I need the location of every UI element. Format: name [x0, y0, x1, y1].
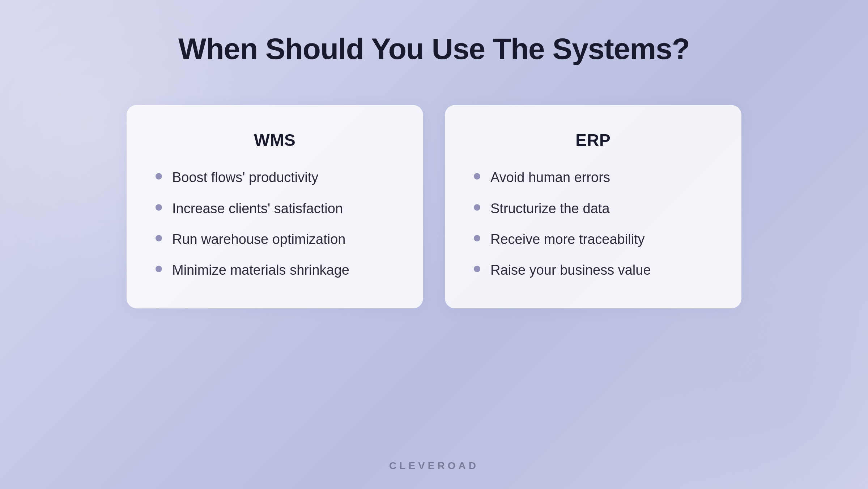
erp-item-2: Structurize the data: [490, 200, 610, 218]
list-item: Receive more traceability: [474, 231, 712, 248]
bullet-icon: [156, 235, 162, 241]
bullet-icon: [474, 266, 480, 272]
cards-container: WMS Boost flows' productivity Increase c…: [127, 105, 741, 308]
erp-card-title: ERP: [474, 130, 712, 150]
list-item: Avoid human errors: [474, 169, 712, 186]
erp-card: ERP Avoid human errors Structurize the d…: [445, 105, 741, 308]
bullet-icon: [474, 173, 480, 180]
list-item: Structurize the data: [474, 200, 712, 218]
list-item: Boost flows' productivity: [156, 169, 394, 186]
wms-card-list: Boost flows' productivity Increase clien…: [156, 169, 394, 279]
footer-brand: CLEVEROAD: [389, 460, 479, 472]
list-item: Minimize materials shrinkage: [156, 261, 394, 279]
list-item: Raise your business value: [474, 261, 712, 279]
list-item: Run warehouse optimization: [156, 231, 394, 248]
wms-item-2: Increase clients' satisfaction: [172, 200, 343, 218]
erp-item-3: Receive more traceability: [490, 231, 645, 248]
erp-item-1: Avoid human errors: [490, 169, 610, 186]
wms-item-3: Run warehouse optimization: [172, 231, 346, 248]
bullet-icon: [474, 235, 480, 241]
wms-card-title: WMS: [156, 130, 394, 150]
list-item: Increase clients' satisfaction: [156, 200, 394, 218]
wms-item-4: Minimize materials shrinkage: [172, 261, 349, 279]
erp-card-list: Avoid human errors Structurize the data …: [474, 169, 712, 279]
bullet-icon: [156, 173, 162, 180]
erp-item-4: Raise your business value: [490, 261, 651, 279]
bullet-icon: [156, 204, 162, 211]
bullet-icon: [474, 204, 480, 211]
wms-card: WMS Boost flows' productivity Increase c…: [127, 105, 423, 308]
wms-item-1: Boost flows' productivity: [172, 169, 318, 186]
page-title: When Should You Use The Systems?: [178, 33, 690, 65]
bullet-icon: [156, 266, 162, 272]
